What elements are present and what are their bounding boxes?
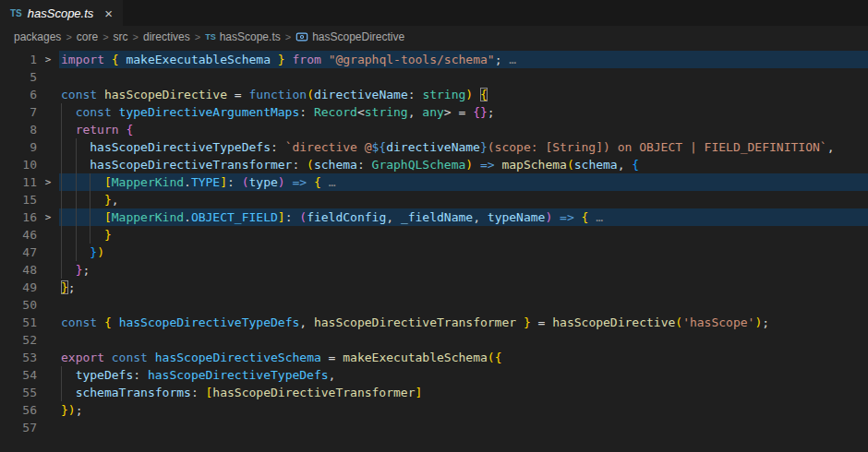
code-token: schemaTransforms (76, 386, 191, 399)
code-line[interactable]: 6const hasScopeDirective = function(dire… (0, 86, 868, 103)
code-text[interactable]: [MapperKind.TYPE]: (type) => { … (59, 173, 868, 191)
code-token: : (299, 105, 314, 119)
code-token: ; (762, 315, 769, 329)
code-line[interactable]: 16>[MapperKind.OBJECT_FIELD]: (fieldConf… (0, 208, 868, 226)
code-line[interactable]: 55schemaTransforms: [hasScopeDirectiveTr… (0, 384, 868, 401)
code-line[interactable]: 53export const hasScopeDirectiveSchema =… (0, 349, 868, 366)
code-text[interactable] (59, 419, 868, 436)
code-line[interactable]: 10hasScopeDirectiveTransformer: (schema:… (0, 156, 868, 173)
breadcrumb-item-hasscopedirective[interactable]: hasScopeDirective (295, 30, 404, 43)
code-text[interactable] (59, 68, 868, 86)
code-token: ( (567, 158, 574, 172)
fold-chevron-icon[interactable]: > (37, 51, 59, 68)
code-line[interactable]: 51const { hasScopeDirectiveTypeDefs, has… (0, 314, 868, 331)
code-line[interactable]: 56}); (0, 401, 868, 419)
code-token: { (480, 88, 488, 101)
gutter-fold-space (37, 419, 59, 436)
code-token: "@graphql-tools/schema" (329, 53, 495, 66)
code-token: ] (278, 210, 285, 224)
code-text[interactable]: const hasScopeDirective = function(direc… (59, 86, 868, 103)
code-token: . (184, 175, 191, 189)
code-token: => (560, 210, 574, 224)
code-token: ; (76, 403, 83, 417)
code-text[interactable]: schemaTransforms: [hasScopeDirectiveTran… (59, 384, 868, 401)
code-token: ) (465, 88, 473, 101)
code-token: } (524, 315, 531, 329)
code-line[interactable]: 8return { (0, 121, 868, 138)
code-token (112, 315, 119, 329)
indent-guides (61, 244, 90, 261)
gutter-fold-space (37, 384, 59, 401)
code-token: hasScopeDirectiveTypeDefs (119, 315, 300, 329)
code-line[interactable]: 9hasScopeDirectiveTypeDefs: `directive @… (0, 138, 868, 156)
line-number: 8 (0, 121, 37, 138)
code-text[interactable]: export const hasScopeDirectiveSchema = m… (59, 349, 868, 366)
breadcrumb-item-src[interactable]: src (114, 30, 128, 43)
code-text[interactable]: } (59, 226, 868, 244)
code-text[interactable]: const { hasScopeDirectiveTypeDefs, hasSc… (59, 314, 868, 331)
breadcrumb-item-core[interactable]: core (77, 30, 98, 43)
breadcrumb-item-directives[interactable]: directives (143, 30, 190, 43)
code-token: typeDirectiveArgumentMaps (119, 105, 300, 119)
code-token (321, 53, 329, 66)
code-line[interactable]: 54typeDefs: hasScopeDirectiveTypeDefs, (0, 366, 868, 384)
fold-chevron-icon[interactable]: > (37, 208, 59, 226)
line-number: 10 (0, 156, 37, 173)
code-text[interactable]: }) (59, 244, 868, 261)
tab-bar: TS hasScope.ts × (0, 0, 868, 26)
gutter-fold-space (37, 401, 59, 419)
close-icon[interactable]: × (104, 6, 113, 20)
indent-guides (61, 226, 104, 244)
code-token: [ (104, 210, 112, 224)
code-text[interactable]: [MapperKind.OBJECT_FIELD]: (fieldConfig,… (59, 208, 868, 226)
code-line[interactable]: 49}; (0, 279, 868, 296)
code-token: {} (473, 105, 488, 119)
code-line[interactable]: 48}; (0, 261, 868, 279)
code-line[interactable]: 5 (0, 68, 868, 86)
code-token: { (314, 175, 321, 189)
code-text[interactable]: import { makeExecutableSchema } from "@g… (59, 51, 868, 68)
code-token: hasScopeDirectiveTypeDefs (90, 140, 271, 154)
code-line[interactable]: 52 (0, 331, 868, 349)
code-text[interactable]: typeDefs: hasScopeDirectiveTypeDefs, (59, 366, 868, 384)
code-token: => (480, 158, 495, 172)
code-line[interactable]: 1>import { makeExecutableSchema } from "… (0, 51, 868, 68)
code-text[interactable]: }, (59, 191, 868, 208)
code-line[interactable]: 50 (0, 296, 868, 314)
code-text[interactable]: const typeDirectiveArgumentMaps: Record<… (59, 103, 868, 121)
code-text[interactable]: hasScopeDirectiveTransformer: (schema: G… (59, 156, 868, 173)
code-line[interactable]: 15}, (0, 191, 868, 208)
line-number: 52 (0, 331, 37, 349)
line-number: 56 (0, 401, 37, 419)
code-line[interactable]: 7const typeDirectiveArgumentMaps: Record… (0, 103, 868, 121)
code-text[interactable]: }); (59, 401, 868, 419)
code-text[interactable]: }; (59, 261, 868, 279)
code-token: , (299, 315, 314, 329)
code-text[interactable] (59, 296, 868, 314)
tab-hasscope-ts[interactable]: TS hasScope.ts × (0, 0, 123, 26)
fold-chevron-icon[interactable]: > (37, 173, 59, 191)
code-token: … (509, 53, 516, 66)
indent-guides (61, 103, 76, 121)
code-line[interactable]: 57 (0, 419, 868, 436)
gutter-fold-space (37, 156, 59, 173)
code-token: < (357, 105, 365, 119)
breadcrumb-item-packages[interactable]: packages (14, 30, 61, 43)
code-text[interactable]: hasScopeDirectiveTypeDefs: `directive @$… (59, 138, 868, 156)
gutter-fold-space (37, 366, 59, 384)
code-text[interactable]: }; (59, 279, 868, 296)
code-line[interactable]: 46} (0, 226, 868, 244)
code-token: { (104, 315, 112, 329)
code-text[interactable] (59, 331, 868, 349)
code-token: ] (416, 386, 423, 399)
code-token (271, 53, 278, 66)
code-editor[interactable]: 1>import { makeExecutableSchema } from "… (0, 48, 868, 452)
code-text[interactable]: return { (59, 121, 868, 138)
indent-guides (61, 261, 76, 279)
code-line[interactable]: 47}) (0, 244, 868, 261)
code-token: ; (82, 263, 90, 277)
breadcrumb-item-hasscope-ts[interactable]: TShasScope.ts (205, 30, 281, 43)
code-line[interactable]: 11>[MapperKind.TYPE]: (type) => { … (0, 173, 868, 191)
line-number: 53 (0, 349, 37, 366)
code-token: ; (488, 105, 495, 119)
